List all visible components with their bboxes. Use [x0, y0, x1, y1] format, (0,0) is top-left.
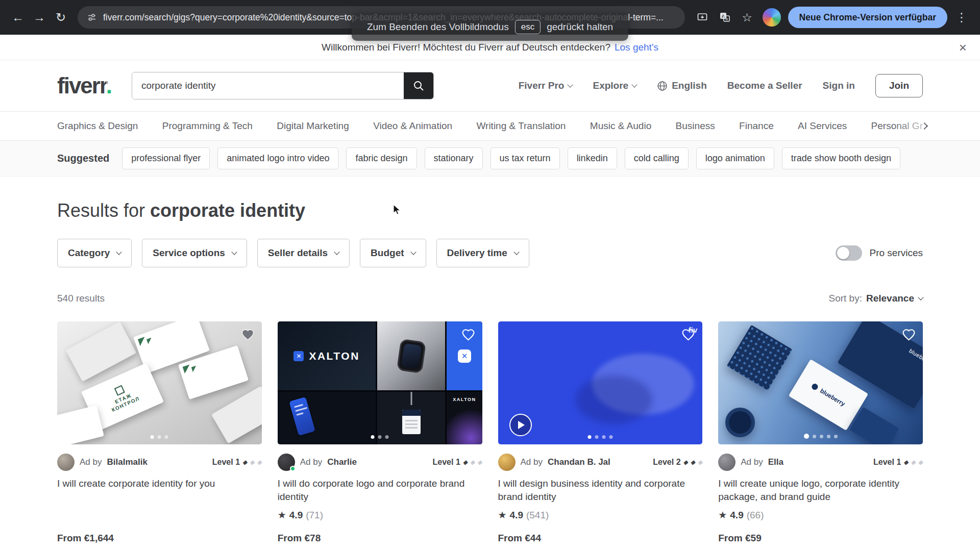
- favorite-heart-icon[interactable]: [902, 328, 916, 341]
- nav-sign-in[interactable]: Sign in: [823, 80, 855, 91]
- xalton-brand-collage: ✕ XALTON ✕ XALTON: [278, 321, 482, 444]
- decor-shape: [211, 386, 262, 443]
- category-music-audio[interactable]: Music & Audio: [590, 120, 651, 132]
- play-icon: [518, 421, 525, 429]
- brand-text: XALTON: [309, 350, 359, 362]
- collage-tile: ✕ XALTON: [278, 321, 376, 390]
- rating-count: (71): [306, 510, 323, 521]
- collage-tile: [278, 392, 376, 444]
- gig-title-link[interactable]: I will create unique logo, corporate ide…: [718, 477, 923, 503]
- browser-reload-button[interactable]: ↻: [50, 7, 71, 28]
- browser-profile-avatar[interactable]: [763, 8, 781, 27]
- rating-count: (66): [747, 510, 764, 521]
- filter-service-options-label: Service options: [153, 247, 225, 259]
- banner-link[interactable]: Los geht's: [615, 42, 658, 53]
- results-title-query: corporate identity: [150, 200, 305, 221]
- seller-avatar[interactable]: [278, 454, 295, 471]
- browser-back-button[interactable]: ←: [7, 7, 29, 28]
- chrome-update-button[interactable]: Neue Chrome-Version verfügbar: [788, 7, 947, 28]
- site-settings-tune-icon[interactable]: [87, 12, 97, 22]
- seller-avatar[interactable]: [498, 454, 516, 471]
- carousel-dot: [813, 435, 816, 438]
- browser-menu-icon[interactable]: ⋮: [950, 6, 973, 29]
- seller-level-label: Level 1: [433, 458, 460, 467]
- join-button[interactable]: Join: [875, 74, 923, 97]
- suggested-tag[interactable]: professional flyer: [122, 147, 210, 169]
- nav-language[interactable]: English: [657, 80, 707, 91]
- category-nav: Graphics & Design Programming & Tech Dig…: [0, 111, 980, 141]
- seller-name[interactable]: Charlie: [327, 457, 357, 467]
- gig-thumbnail[interactable]: ЕТАЖ КОНТРОЛ: [57, 321, 262, 444]
- gig-card: ✕ XALTON ✕ XALTON Ad b: [278, 321, 482, 544]
- gig-title-link[interactable]: I will create corporate identity for you: [57, 477, 262, 490]
- suggested-tag[interactable]: stationary: [425, 147, 483, 169]
- gig-thumbnail[interactable]: blueberry blueberry: [718, 321, 923, 444]
- suggested-tag[interactable]: trade show booth design: [782, 147, 900, 169]
- seller-level: Level 2: [653, 458, 702, 467]
- favorite-heart-icon[interactable]: [241, 328, 255, 341]
- filter-service-options[interactable]: Service options: [142, 239, 247, 267]
- nav-fiverr-pro[interactable]: Fiverr Pro: [519, 80, 573, 91]
- seller-name[interactable]: Bilalmalik: [107, 457, 147, 467]
- carousel-dot: [165, 435, 168, 439]
- suggested-tag[interactable]: linkedin: [568, 147, 617, 169]
- category-video-animation[interactable]: Video & Animation: [373, 120, 452, 132]
- search-button[interactable]: [404, 72, 433, 99]
- gig-thumbnail[interactable]: ✕ XALTON ✕ XALTON: [278, 321, 482, 444]
- category-business[interactable]: Business: [676, 120, 715, 132]
- site-header: fiverr. Fiverr Pro Explore English Becom…: [0, 60, 980, 111]
- category-finance[interactable]: Finance: [739, 120, 774, 132]
- seller-name[interactable]: Chandan B. Jal: [548, 457, 610, 467]
- filter-delivery-time[interactable]: Delivery time: [436, 239, 529, 267]
- filter-budget[interactable]: Budget: [360, 239, 426, 267]
- search-results-page: Results for corporate identity Category …: [0, 200, 980, 544]
- star-icon: ★: [718, 509, 727, 521]
- banner-close-icon[interactable]: ×: [959, 41, 967, 54]
- header-nav: Fiverr Pro Explore English Become a Sell…: [519, 80, 855, 91]
- gig-title-link[interactable]: I will do corporate logo and corporate b…: [278, 477, 482, 503]
- pro-services-toggle[interactable]: [836, 245, 862, 261]
- category-digital-marketing[interactable]: Digital Marketing: [277, 120, 349, 132]
- suggested-tag[interactable]: cold calling: [625, 147, 689, 169]
- carousel-dot: [595, 435, 598, 439]
- cast-icon[interactable]: [691, 6, 714, 29]
- fiverr-logo[interactable]: fiverr.: [57, 74, 111, 97]
- category-scroll-right-icon[interactable]: [893, 112, 980, 140]
- ad-by-label: Ad by: [521, 457, 543, 467]
- id-badge-graphic: [402, 410, 421, 434]
- rating-value: 4.9: [510, 510, 523, 521]
- category-writing-translation[interactable]: Writing & Translation: [476, 120, 566, 132]
- suggested-tag[interactable]: us tax return: [491, 147, 560, 169]
- category-programming-tech[interactable]: Programming & Tech: [162, 120, 253, 132]
- nav-language-label: English: [672, 80, 707, 91]
- filter-seller-details[interactable]: Seller details: [257, 239, 350, 267]
- bookmark-star-icon[interactable]: ☆: [736, 6, 758, 29]
- suggested-tag[interactable]: logo animation: [696, 147, 774, 169]
- seller-avatar[interactable]: [57, 454, 75, 471]
- seller-avatar[interactable]: [718, 454, 736, 471]
- suggested-tag[interactable]: fabric design: [346, 147, 416, 169]
- nav-become-seller[interactable]: Become a Seller: [727, 80, 802, 91]
- sort-dropdown[interactable]: Relevance: [866, 293, 923, 304]
- pattern-card-graphic: [727, 325, 793, 391]
- gig-title-link[interactable]: I will design business identity and corp…: [498, 477, 703, 503]
- brand-text: blueberry: [819, 387, 846, 408]
- category-ai-services[interactable]: AI Services: [798, 120, 847, 132]
- seller-name[interactable]: Ella: [768, 457, 783, 467]
- gig-thumbnail[interactable]: fiv: [498, 321, 703, 444]
- ad-by-label: Ad by: [80, 457, 102, 467]
- suggested-tag[interactable]: animated logo intro video: [217, 147, 338, 169]
- seller-level: Level 1: [212, 458, 262, 467]
- browser-forward-button[interactable]: →: [29, 7, 50, 28]
- play-button[interactable]: [509, 414, 532, 436]
- nav-explore[interactable]: Explore: [593, 80, 636, 91]
- carousel-dots: [804, 434, 838, 439]
- level-diamond-icon: [257, 459, 262, 465]
- category-graphics-design[interactable]: Graphics & Design: [57, 120, 138, 132]
- seller-row: Ad by Ella Level 1: [718, 454, 923, 471]
- filter-category[interactable]: Category: [57, 239, 132, 267]
- favorite-heart-icon[interactable]: [681, 328, 695, 341]
- search-input[interactable]: [132, 72, 404, 99]
- favorite-heart-icon[interactable]: [461, 328, 475, 341]
- translate-icon[interactable]: Aa: [714, 6, 736, 29]
